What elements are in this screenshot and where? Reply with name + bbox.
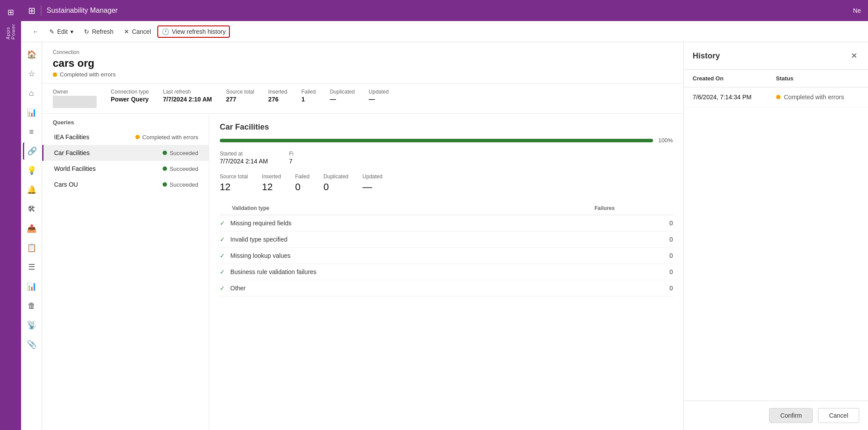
query-detail-title: Car Facilities [220, 123, 673, 132]
duplicated-label: Duplicated [330, 89, 355, 95]
sidebar-upload-icon[interactable]: 📤 [23, 220, 40, 237]
user-initial: Ne [853, 7, 861, 14]
duplicated-item: Duplicated — [330, 89, 355, 103]
check-icon: ✓ [220, 220, 225, 227]
grid-icon[interactable]: ⊞ [2, 4, 19, 21]
sidebar-attach-icon[interactable]: 📎 [23, 336, 40, 353]
source-total-label: Source total [226, 89, 254, 95]
detail-stats-row: Source total 12 Inserted 12 Failed 0 D [220, 173, 673, 193]
finished-at-value: 7 [289, 158, 294, 165]
validation-type-col: Validation type [220, 202, 595, 215]
validation-name: ✓Other [220, 280, 595, 296]
status-dot-world [163, 166, 167, 171]
top-bar: ⊞ Sustainability Manager Ne [21, 0, 868, 21]
check-icon: ✓ [220, 236, 225, 243]
status-dot-car [163, 151, 167, 155]
sidebar-menu-icon[interactable]: ☰ [23, 258, 40, 276]
detail-duplicated-value: 0 [323, 181, 349, 193]
last-refresh-label: Last refresh [163, 89, 212, 95]
validation-failures: 0 [595, 215, 673, 231]
edit-label: Edit [57, 28, 68, 35]
sidebar-star-icon[interactable]: ☆ [23, 65, 40, 83]
detail-source-total-label: Source total [220, 173, 248, 180]
sidebar-home2-icon[interactable]: ⌂ [23, 84, 40, 102]
history-created-value: 7/6/2024, 7:14:34 PM [693, 94, 776, 101]
cancel-label: Cancel [132, 28, 151, 35]
sidebar-list-icon[interactable]: ≡ [23, 123, 40, 141]
source-total-item: Source total 277 [226, 89, 254, 103]
sidebar-chart-icon[interactable]: 📊 [23, 104, 40, 121]
finished-at-label: Fi [289, 151, 294, 157]
connection-type-item: Connection type Power Query [111, 89, 149, 103]
edit-button[interactable]: ✎ Edit ▾ [45, 25, 78, 38]
started-at-label: Started at [220, 151, 268, 157]
connection-status-text: Completed with errors [60, 71, 116, 78]
cancel-button[interactable]: ✕ Cancel [120, 25, 156, 38]
timestamps-row: Started at 7/7/2024 2:14 AM Fi 7 [220, 151, 673, 165]
validation-row: ✓Invalid type specified 0 [220, 231, 673, 248]
confirm-button[interactable]: Confirm [769, 408, 813, 423]
query-item-car[interactable]: Car Facilities Succeeded [42, 145, 209, 161]
sidebar-clip-icon[interactable]: 📋 [23, 239, 40, 257]
sidebar-bulb-icon[interactable]: 💡 [23, 162, 40, 179]
progress-pct: 100% [658, 137, 673, 144]
app-sidebar: 🏠 ☆ ⌂ 📊 ≡ 🔗 💡 🔔 🛠 📤 📋 ☰ 📊 🗑 📡 📎 [21, 42, 42, 430]
validation-name: ✓Missing required fields [220, 215, 595, 231]
query-name-world: World Facilities [54, 165, 96, 172]
sidebar-signal-icon[interactable]: 📡 [23, 316, 40, 334]
history-close-button[interactable]: ✕ [849, 49, 859, 62]
history-cancel-button[interactable]: Cancel [818, 408, 859, 423]
secondary-toolbar: ← ✎ Edit ▾ ↻ Refresh ✕ Cancel 🕐 View ref… [21, 21, 868, 42]
history-panel: History ✕ Created On Status 7/6/2024, 7:… [683, 42, 868, 430]
history-footer: Confirm Cancel [684, 401, 868, 430]
validation-name: ✓Missing lookup values [220, 248, 595, 264]
inserted-label: Inserted [268, 89, 287, 95]
history-rows: 7/6/2024, 7:14:34 PM Completed with erro… [684, 87, 868, 107]
connection-type-value: Power Query [111, 96, 149, 103]
duplicated-value: — [330, 96, 355, 103]
detail-source-total: Source total 12 [220, 173, 248, 193]
finished-at-item: Fi 7 [289, 151, 294, 165]
failure-col-header: Failures [595, 202, 673, 215]
query-detail: Car Facilities 100% Started at 7/7/2024 … [209, 114, 683, 430]
apps-label: Power Apps [2, 23, 19, 40]
inserted-value: 276 [268, 96, 287, 103]
back-icon: ← [33, 28, 39, 35]
back-button[interactable]: ← [28, 25, 43, 38]
validation-row: ✓Missing required fields 0 [220, 215, 673, 231]
detail-inserted-label: Inserted [262, 173, 281, 180]
detail-failed-label: Failed [295, 173, 309, 180]
query-item-iea[interactable]: IEA Facilities Completed with errors [42, 129, 209, 145]
source-total-value: 277 [226, 96, 254, 103]
sidebar-tool-icon[interactable]: 🛠 [23, 200, 40, 218]
validation-failures: 0 [595, 248, 673, 264]
query-status-car: Succeeded [163, 150, 198, 156]
view-refresh-history-button[interactable]: 🕐 View refresh history [157, 25, 230, 38]
query-item-world[interactable]: World Facilities Succeeded [42, 161, 209, 177]
history-title: History [693, 51, 720, 61]
sidebar-trash-icon[interactable]: 🗑 [23, 297, 40, 314]
validation-failures: 0 [595, 231, 673, 248]
app-module-title: Sustainability Manager [47, 7, 118, 14]
connection-label: Connection [53, 49, 673, 55]
detail-updated-value: — [363, 181, 382, 193]
sidebar-home-icon[interactable]: 🏠 [23, 46, 40, 63]
sidebar-link-icon[interactable]: 🔗 [23, 142, 40, 160]
validation-name: ✓Business rule validation failures [220, 264, 595, 280]
sidebar-bar-icon[interactable]: 📊 [23, 278, 40, 295]
status-dot-orange [53, 72, 57, 77]
query-name-car: Car Facilities [54, 149, 90, 156]
waffle-icon[interactable]: ⊞ [28, 5, 36, 16]
refresh-icon: ↻ [84, 28, 89, 35]
check-icon: ✓ [220, 252, 225, 259]
detail-inserted: Inserted 12 [262, 173, 281, 193]
progress-bar-bg [220, 139, 653, 142]
last-refresh-value: 7/7/2024 2:10 AM [163, 96, 212, 103]
detail-updated-label: Updated [363, 173, 382, 180]
detail-inserted-value: 12 [262, 181, 281, 193]
refresh-button[interactable]: ↻ Refresh [80, 25, 118, 38]
sidebar-bell-icon[interactable]: 🔔 [23, 181, 40, 199]
query-status-world: Succeeded [163, 166, 198, 172]
connection-header: Connection cars org Completed with error… [42, 42, 683, 83]
query-item-carsou[interactable]: Cars OU Succeeded [42, 177, 209, 192]
